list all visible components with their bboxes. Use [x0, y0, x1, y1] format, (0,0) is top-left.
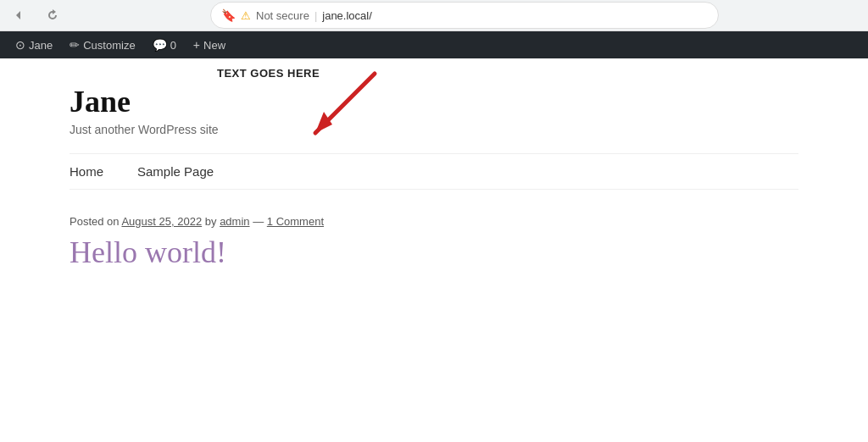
post-title-link[interactable]: Hello world! [70, 235, 226, 269]
site-wrapper: TEXT GOES HERE Jane Just another WordPre… [53, 58, 815, 270]
post-separator: — [253, 215, 267, 228]
back-button[interactable] [10, 3, 34, 27]
admin-bar-comments-count: 0 [170, 39, 176, 52]
admin-bar-comments[interactable]: 💬 0 [144, 31, 185, 58]
annotation-text: TEXT GOES HERE [217, 67, 320, 80]
post-author-link[interactable]: admin [220, 215, 249, 228]
tab-bar: 🔖 ⚠ Not secure | jane.local/ [0, 0, 868, 30]
address-bar[interactable]: 🔖 ⚠ Not secure | jane.local/ [210, 2, 719, 29]
bookmark-icon: 🔖 [221, 8, 236, 22]
post-title: Hello world! [70, 235, 798, 270]
site-header: Jane Just another WordPress site [70, 58, 798, 153]
blog-post: Posted on August 25, 2022 by admin — 1 C… [70, 215, 798, 270]
url-text: jane.local/ [322, 9, 372, 22]
post-by: by [205, 215, 220, 228]
not-secure-text: Not secure [256, 9, 309, 22]
nav-link-home[interactable]: Home [70, 164, 103, 179]
nav-item-sample-page[interactable]: Sample Page [137, 164, 214, 179]
post-meta: Posted on August 25, 2022 by admin — 1 C… [70, 215, 798, 228]
nav-item-home[interactable]: Home [70, 164, 103, 179]
wp-logo-icon: ⊙ [15, 38, 25, 52]
admin-bar-jane-label: Jane [29, 39, 53, 52]
wp-admin-bar: ⊙ Jane ✏ Customize 💬 0 + New [0, 31, 868, 58]
admin-bar-customize[interactable]: ✏ Customize [61, 31, 143, 58]
site-tagline: Just another WordPress site [70, 123, 798, 136]
svg-marker-0 [16, 11, 20, 19]
comments-icon: 💬 [153, 38, 167, 52]
reload-button[interactable] [41, 3, 64, 27]
admin-bar-customize-label: Customize [83, 39, 135, 52]
new-icon: + [193, 38, 200, 52]
admin-bar-new[interactable]: + New [185, 31, 234, 58]
not-secure-icon: ⚠ [241, 9, 251, 22]
post-comments-link[interactable]: 1 Comment [267, 215, 324, 228]
url-separator: | [314, 9, 317, 22]
post-date-link[interactable]: August 25, 2022 [121, 215, 202, 228]
site-title: Jane [70, 84, 798, 119]
post-meta-prefix: Posted on [70, 215, 120, 228]
admin-bar-new-label: New [203, 39, 225, 52]
browser-chrome: 🔖 ⚠ Not secure | jane.local/ [0, 0, 868, 31]
customize-icon: ✏ [70, 38, 80, 52]
nav-link-sample-page[interactable]: Sample Page [137, 164, 214, 179]
site-navigation: Home Sample Page [70, 153, 798, 190]
admin-bar-jane[interactable]: ⊙ Jane [7, 31, 61, 58]
